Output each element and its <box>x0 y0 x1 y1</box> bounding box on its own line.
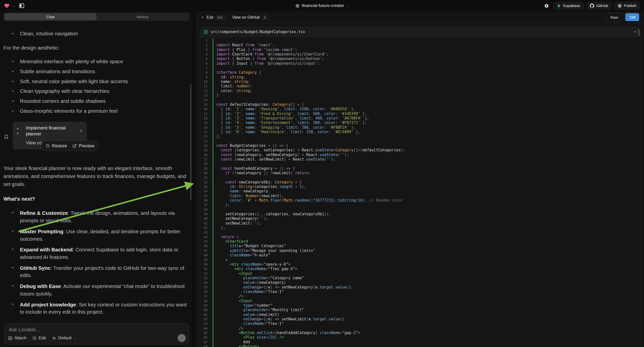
composer-input[interactable]: Ask Lovable... <box>9 327 40 332</box>
bookmark-icon[interactable] <box>4 124 9 149</box>
supabase-label: Supabase <box>563 4 580 8</box>
chat-panel: Chat History Clean, intuitive navigation… <box>0 12 192 347</box>
fold-gutter <box>209 226 212 230</box>
sliders-icon <box>52 336 56 340</box>
diff-added-gutter <box>212 253 213 258</box>
code-text: const [newCategory, setNewCategory] = Re… <box>216 152 349 157</box>
sidebar-toggle-icon[interactable] <box>19 3 25 9</box>
code-text: onChange={(e) => setNewCategory(e.target… <box>216 285 351 290</box>
diff-added-gutter <box>212 230 213 234</box>
line-number: 57 <box>200 294 209 298</box>
fold-gutter <box>209 221 212 226</box>
diff-added-gutter <box>212 326 213 330</box>
code-scrollbar[interactable] <box>638 29 640 36</box>
chat-scrollbar[interactable] <box>190 84 192 201</box>
fold-chevron-icon[interactable]: ⌄ <box>209 144 212 148</box>
line-number: 12 <box>200 88 209 93</box>
code-line: 56 className="flex-1" <box>200 290 640 294</box>
settings-button[interactable] <box>542 2 551 10</box>
code-text: type="number" <box>216 303 272 308</box>
project-switcher[interactable]: financial-future-creator ⌄ <box>295 3 349 8</box>
line-number: 62 <box>200 317 209 321</box>
diff-button[interactable]: Diff <box>625 13 640 22</box>
diff-added-gutter <box>212 102 213 107</box>
fold-gutter <box>209 162 212 166</box>
code-line: 51 <div className="flex gap-4"> <box>200 266 640 271</box>
diff-added-gutter <box>212 157 213 162</box>
code-line: 23 <box>200 139 640 144</box>
restore-button[interactable]: Restore <box>46 143 67 149</box>
fold-chevron-icon[interactable]: ⌄ <box>209 166 212 171</box>
code-text: { id: '6', name: 'Healthcare', limit: 15… <box>216 130 360 134</box>
chat-messages[interactable]: Clean, intuitive navigationFor the desig… <box>0 24 191 322</box>
line-number: 8 <box>200 70 209 75</box>
tab-chat[interactable]: Chat <box>4 13 96 20</box>
code-line: 46 title="Budget Categories" <box>200 244 640 248</box>
line-number: 20 <box>200 125 209 130</box>
send-button[interactable]: ↑ <box>178 334 186 342</box>
line-number: 29 <box>200 166 209 171</box>
line-number: 67 <box>200 340 209 344</box>
fold-gutter <box>209 207 212 212</box>
fold-chevron-icon[interactable]: ⌄ <box>209 70 212 75</box>
code-text: color: string; <box>216 88 252 93</box>
diff-added-gutter <box>212 258 213 262</box>
view-on-github-button[interactable]: View on GitHub G <box>232 15 268 20</box>
fold-gutter <box>209 56 212 61</box>
code-line: 7 <box>200 66 640 70</box>
tab-history[interactable]: History <box>96 13 189 20</box>
project-title: financial-future-creator <box>302 3 344 8</box>
bullet-list: Refine & Customize: Tweak the design, an… <box>4 209 187 316</box>
fold-gutter <box>209 43 212 47</box>
lovable-logo-icon[interactable] <box>4 3 10 9</box>
diff-added-gutter <box>212 198 213 202</box>
code-text: { id: '3', name: 'Transportation', limit… <box>216 116 369 120</box>
fold-chevron-icon[interactable]: ⌄ <box>209 180 212 184</box>
diff-added-gutter <box>212 285 213 290</box>
line-number: 33 <box>200 184 209 189</box>
code-editor[interactable]: 12import React from 'react';3import { Pl… <box>200 37 640 347</box>
code-line: 37 }; <box>200 202 640 207</box>
line-number: 24 <box>200 144 209 148</box>
line-number: 38 <box>200 207 209 212</box>
raw-button[interactable]: Raw <box>606 13 622 22</box>
line-number: 49 <box>200 258 209 262</box>
file-header[interactable]: src/components/budget/BudgetCategories.t… <box>200 27 640 37</box>
exit-button[interactable]: Exit ESC <box>201 15 225 20</box>
publish-button[interactable]: Publish <box>614 2 640 10</box>
edit-label: Edit <box>38 336 46 340</box>
diff-added-gutter <box>212 80 213 84</box>
line-number: 36 <box>200 198 209 202</box>
fold-gutter <box>209 120 212 125</box>
diff-added-gutter <box>212 112 213 116</box>
diff-added-gutter <box>212 184 213 189</box>
supabase-button[interactable]: Supabase <box>553 2 584 10</box>
list-item: Expand with Backend: Connect Supabase to… <box>4 246 187 260</box>
fold-chevron-icon[interactable]: ⌄ <box>209 102 212 107</box>
code-line: 59 type="number" <box>200 303 640 308</box>
chevron-down-icon[interactable]: ⌄ <box>12 4 15 8</box>
code-line: 53 placeholder="Category name" <box>200 276 640 280</box>
code-line: 55 onChange={(e) => setNewCategory(e.tar… <box>200 285 640 290</box>
diff-added-gutter <box>212 166 213 171</box>
line-number: 52 <box>200 271 209 276</box>
code-text: name: newCategory, <box>216 189 270 194</box>
code-text: placeholder="Category name" <box>216 276 304 280</box>
fold-gutter <box>209 48 212 52</box>
fold-gutter <box>209 202 212 207</box>
list-item: Master Prompting: Use clear, detailed, a… <box>4 228 187 242</box>
code-text: className="flex-1" <box>216 321 284 326</box>
code-line: 2import React from 'react'; <box>200 43 640 47</box>
preview-button[interactable]: Preview <box>72 143 94 149</box>
mode-select[interactable]: Default ⌄ <box>52 336 76 340</box>
chat-composer[interactable]: Ask Lovable... Attach Edit <box>4 323 189 345</box>
code-text: subtitle="Manage your spending limits" <box>216 248 315 253</box>
collapse-chevron-up-icon[interactable] <box>633 30 637 34</box>
attach-button[interactable]: Attach <box>8 336 26 340</box>
code-line: 19 { id: '4', name: 'Entertainment', lim… <box>200 120 640 125</box>
code-text: > <box>216 258 228 262</box>
edit-button[interactable]: Edit <box>32 336 46 340</box>
exit-label: Exit <box>206 15 213 20</box>
line-number: 18 <box>200 116 209 120</box>
github-button[interactable]: GitHub <box>586 2 612 10</box>
